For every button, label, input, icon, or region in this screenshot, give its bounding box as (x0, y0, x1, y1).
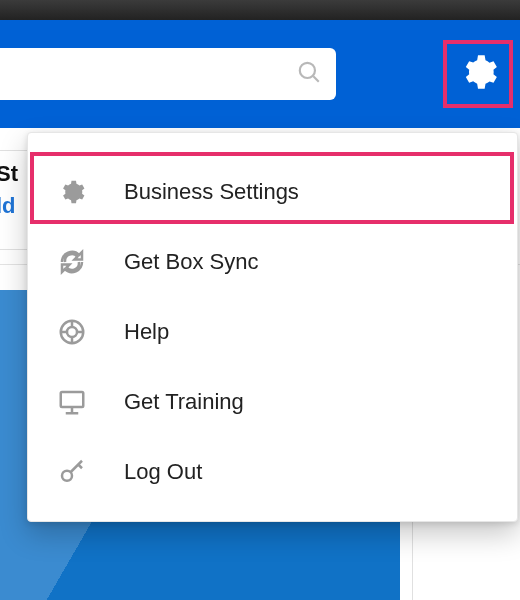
search-icon (296, 59, 322, 89)
browser-chrome (0, 0, 520, 20)
menu-item-label: Help (124, 319, 169, 345)
menu-item-log-out[interactable]: Log Out (28, 437, 517, 507)
sync-icon (56, 246, 88, 278)
settings-gear-button[interactable] (443, 40, 513, 108)
gear-icon (56, 176, 88, 208)
svg-point-3 (67, 327, 77, 337)
gear-icon (458, 52, 498, 96)
training-icon (56, 386, 88, 418)
settings-dropdown-menu: Business Settings Get Box Sync Help Get … (27, 132, 518, 522)
menu-item-label: Business Settings (124, 179, 299, 205)
svg-point-0 (300, 63, 315, 78)
menu-item-label: Get Training (124, 389, 244, 415)
menu-item-label: Get Box Sync (124, 249, 259, 275)
menu-item-help[interactable]: Help (28, 297, 517, 367)
menu-item-label: Log Out (124, 459, 202, 485)
menu-item-get-box-sync[interactable]: Get Box Sync (28, 227, 517, 297)
lifebuoy-icon (56, 316, 88, 348)
svg-point-11 (62, 471, 72, 481)
search-input[interactable] (0, 48, 336, 100)
menu-item-business-settings[interactable]: Business Settings (28, 157, 517, 227)
key-icon (56, 456, 88, 488)
menu-item-get-training[interactable]: Get Training (28, 367, 517, 437)
svg-line-1 (313, 76, 318, 81)
svg-rect-8 (61, 392, 84, 407)
